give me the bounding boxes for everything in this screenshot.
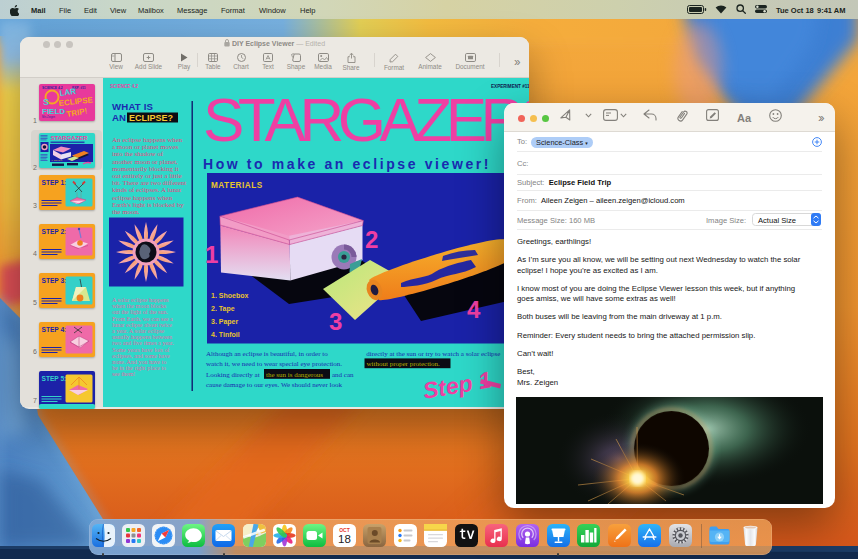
svg-text:FIELD: FIELD: [42, 107, 65, 116]
svg-text:Step 1: Step 1: [421, 366, 493, 404]
svg-text:SCIENCE 4.2: SCIENCE 4.2: [110, 84, 139, 89]
svg-text:S: S: [43, 97, 49, 107]
svg-text:STEP 1:: STEP 1:: [41, 179, 66, 186]
svg-text:AN: AN: [112, 112, 126, 123]
svg-text:STARGAZERS: STARGAZERS: [203, 85, 529, 154]
svg-text:STEP 3:: STEP 3:: [41, 277, 66, 284]
svg-text:directly at the sun or try to: directly at the sun or try to watch a so…: [366, 350, 500, 358]
svg-text:LAR: LAR: [59, 87, 77, 98]
svg-text:2: 2: [365, 226, 378, 253]
svg-text:1: 1: [205, 241, 218, 268]
svg-text:3: 3: [329, 308, 342, 335]
svg-text:18: 18: [338, 533, 351, 545]
svg-text:ECLIPSE?: ECLIPSE?: [129, 113, 173, 123]
svg-text:without proper protection.: without proper protection.: [367, 360, 441, 368]
svg-text:4: 4: [467, 296, 481, 323]
svg-text:STEP 2:: STEP 2:: [41, 228, 66, 235]
svg-text:A solar eclipse happenswhen th: A solar eclipse happenswhen the moon blo…: [112, 297, 174, 377]
svg-text:Mrs Zeigen: Mrs Zeigen: [42, 115, 56, 119]
svg-text:TRIP!: TRIP!: [65, 106, 87, 118]
svg-text:An eclipse happens whena moon: An eclipse happens whena moon or planet …: [112, 136, 186, 215]
svg-text:OCT: OCT: [339, 527, 350, 533]
svg-text:STEP 5:: STEP 5:: [41, 375, 66, 382]
svg-text:the sun is dangerous: the sun is dangerous: [266, 371, 323, 379]
svg-text:WHAT IS: WHAT IS: [112, 101, 154, 112]
svg-text:How to make an eclipse viewer!: How to make an eclipse viewer!: [203, 156, 491, 172]
svg-text:and can: and can: [332, 371, 354, 379]
svg-text:STARGAZER: STARGAZER: [50, 135, 88, 141]
svg-text:STEP 4:: STEP 4:: [41, 326, 66, 333]
svg-text:1. Shoebox: 1. Shoebox: [51, 158, 63, 160]
svg-text:MATERIALS: MATERIALS: [211, 181, 263, 190]
